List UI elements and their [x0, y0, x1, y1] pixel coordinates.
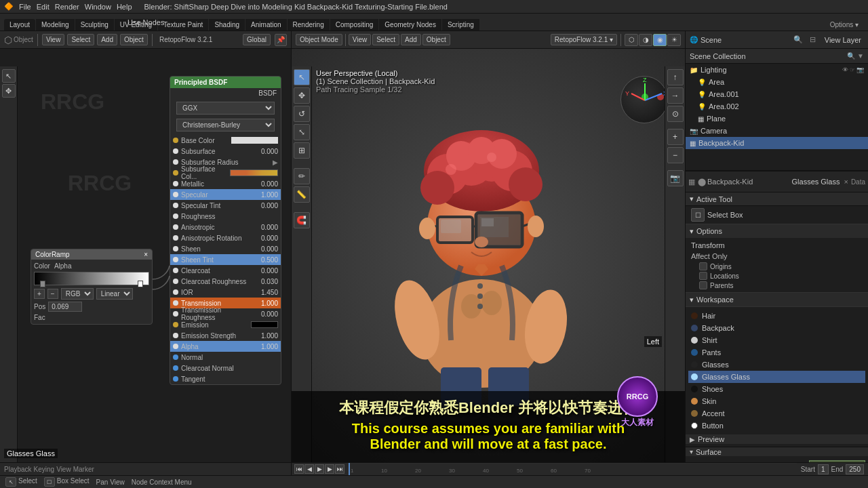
tab-sculpting[interactable]: Sculpting [75, 19, 114, 30]
wireframe-btn[interactable]: ⬡ [625, 34, 638, 46]
zoom-out-btn[interactable]: − [667, 147, 684, 163]
node-move-tool[interactable]: ✥ [2, 84, 16, 98]
viewport-mode-btn[interactable]: Object Mode [296, 34, 342, 45]
search-icon[interactable]: 🔍 [792, 34, 804, 46]
options-section-header[interactable]: ▾ Options [686, 224, 868, 238]
bsdf-row-roughness[interactable]: Roughness [170, 211, 281, 222]
gizmo-sphere[interactable]: X Y Z [620, 76, 668, 123]
tab-layout[interactable]: Layout [4, 19, 35, 30]
bsdf-node-header[interactable]: Principled BSDF [170, 77, 281, 88]
material-preview-btn[interactable]: ◉ [653, 34, 667, 46]
outliner-item-backpack-kid[interactable]: ▦ Backpack-Kid [686, 137, 868, 149]
tab-scripting[interactable]: Scripting [442, 19, 479, 30]
prev-frame-btn[interactable]: ◀ [304, 464, 314, 474]
node-canvas[interactable]: RRCG RRCG ↖ ✥ ColorRamp × Color Alpha [0, 49, 291, 462]
material-icon[interactable]: ⬤ [698, 178, 706, 186]
color-ramp-header[interactable]: ColorRamp × [31, 249, 152, 260]
object-data-icon[interactable]: ▦ [688, 178, 695, 186]
bsdf-row-aniso-rot[interactable]: Anisotropic Rotation 0.000 [170, 232, 281, 243]
origins-checkbox[interactable] [699, 262, 707, 270]
bsdf-row-tangent[interactable]: Tangent [170, 373, 281, 384]
material-shoes[interactable]: Shoes [688, 383, 865, 395]
bsdf-row-ior[interactable]: IOR 1.450 [170, 287, 281, 298]
bsdf-row-base-color[interactable]: Base Color [170, 135, 281, 146]
material-glasses[interactable]: Glasses [688, 359, 865, 371]
bsdf-row-anisotropic[interactable]: Anisotropic 0.000 [170, 222, 281, 232]
outliner-item-lighting[interactable]: 📁 Lighting 👁 ☞ 📷 [686, 64, 868, 76]
ramp-interp-select[interactable]: Linear [96, 288, 133, 300]
bsdf-row-sheen[interactable]: Sheen 0.000 [170, 243, 281, 254]
ramp-remove-btn[interactable]: − [47, 289, 58, 299]
menu-file[interactable]: File [19, 3, 31, 11]
active-tool-header[interactable]: ▾ Active Tool [686, 192, 868, 206]
solid-btn[interactable]: ◑ [639, 34, 652, 46]
bsdf-row-subsurface[interactable]: Subsurface 0.000 [170, 146, 281, 157]
outliner-search-btn[interactable]: 🔍 [847, 52, 855, 60]
material-glasses-glass[interactable]: Glasses Glass [688, 371, 865, 383]
tab-uv-editing[interactable]: UV Editing [115, 19, 157, 30]
ramp-pos-input[interactable] [48, 302, 82, 312]
bsdf-row-emission[interactable]: Emission [170, 319, 281, 330]
menu-window[interactable]: Window [85, 3, 111, 11]
rendered-btn[interactable]: ☀ [667, 34, 681, 46]
ramp-stop-left[interactable] [40, 281, 45, 287]
bsdf-row-clearcoat[interactable]: Clearcoat 0.000 [170, 265, 281, 276]
timeline-track[interactable]: 1 10 20 30 40 50 60 70 [347, 463, 797, 475]
locations-row[interactable]: Locations [699, 271, 863, 281]
camera-view-btn[interactable]: 📷 [667, 170, 684, 186]
menu-edit[interactable]: Edit [37, 3, 50, 11]
bsdf-row-sheen-tint[interactable]: Sheen Tint 0.500 [170, 254, 281, 265]
ramp-rgb-select[interactable]: RGB [61, 288, 94, 300]
tab-geometry-nodes[interactable]: Geometry Nodes [379, 19, 441, 30]
material-skin[interactable]: Skin [688, 395, 865, 407]
skip-end-btn[interactable]: ⏭ [335, 464, 344, 474]
material-backpack[interactable]: Backpack [688, 322, 865, 334]
add-btn[interactable]: Add [97, 34, 117, 45]
bsdf-row-specular-tint[interactable]: Specular Tint 0.000 [170, 200, 281, 211]
origins-row[interactable]: Origins [699, 262, 863, 271]
rotate-tool-btn[interactable]: ↺ [294, 106, 310, 122]
parents-row[interactable]: Parents [699, 281, 863, 290]
scale-tool-btn[interactable]: ⤡ [294, 124, 310, 140]
base-color-swatch[interactable] [231, 137, 279, 144]
preview-header[interactable]: ▶ Preview [686, 434, 868, 444]
node-select-tool[interactable]: ↖ [2, 69, 16, 83]
zoom-in-btn[interactable]: + [667, 129, 684, 145]
view-btn[interactable]: View [42, 34, 65, 45]
data-btn[interactable]: Data [851, 178, 865, 186]
render-icon[interactable]: 📷 [856, 66, 864, 73]
cursor-icon[interactable]: ☞ [850, 66, 855, 73]
measure-tool-btn[interactable]: 📏 [294, 186, 310, 203]
bsdf-row-normal[interactable]: Normal [170, 352, 281, 363]
vp-select-btn[interactable]: Select [372, 34, 399, 45]
menu-help[interactable]: Help [117, 3, 132, 11]
sub-color-swatch[interactable] [230, 169, 279, 176]
vp-view-btn[interactable]: View [349, 34, 372, 45]
tab-compositing[interactable]: Compositing [330, 19, 379, 30]
parents-checkbox[interactable] [699, 281, 707, 289]
next-frame-btn[interactable]: ▶ [325, 464, 334, 474]
play-btn[interactable]: ▶ [315, 464, 324, 474]
options-btn[interactable]: Options ▾ [825, 19, 864, 30]
move-tool-btn[interactable]: ✥ [294, 87, 310, 104]
locations-checkbox[interactable] [699, 272, 707, 280]
color-ramp-close[interactable]: × [144, 251, 148, 258]
bsdf-distribution-select[interactable]: GGX [176, 102, 275, 115]
bsdf-row-cc-rough[interactable]: Clearcoat Roughness 0.030 [170, 276, 281, 287]
cursor-tool-btn[interactable]: ↖ [294, 69, 310, 85]
ramp-add-btn[interactable]: + [34, 289, 45, 299]
view-top-btn[interactable]: ⊙ [667, 106, 684, 122]
filter-icon[interactable]: ⊟ [807, 34, 819, 46]
tab-shading[interactable]: Shading [209, 19, 245, 30]
material-pants[interactable]: Pants [688, 346, 865, 359]
annotate-tool-btn[interactable]: ✏ [294, 168, 310, 184]
transform-tool-btn[interactable]: ⊞ [294, 142, 310, 159]
start-frame[interactable]: 1 [818, 464, 829, 474]
view-side-btn[interactable]: → [667, 87, 684, 104]
end-frame[interactable]: 250 [846, 464, 864, 474]
bsdf-row-sub-color[interactable]: Subsurface Col... [170, 167, 281, 178]
view-front-btn[interactable]: ↑ [667, 69, 684, 85]
outliner-filter-btn[interactable]: ▼ [857, 52, 864, 60]
menu-render[interactable]: Render [55, 3, 79, 11]
select-btn[interactable]: Select [67, 34, 94, 45]
